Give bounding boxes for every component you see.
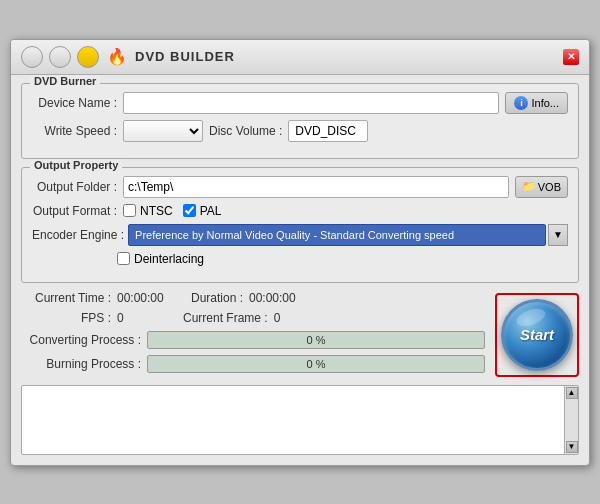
scrollbar[interactable]: ▲ ▼ [564, 386, 578, 454]
burning-process-row: Burning Process : 0 % [21, 355, 485, 373]
title-bar: 🔥 DVD BUILDER ✕ [11, 40, 589, 75]
vob-button[interactable]: 📁 VOB [515, 176, 568, 198]
output-property-section: Output Property Output Folder : 📁 VOB Ou… [21, 167, 579, 283]
deinterlacing-label[interactable]: Deinterlacing [117, 252, 204, 266]
device-name-input[interactable] [123, 92, 499, 114]
current-frame-label: Current Frame : [183, 311, 268, 325]
output-folder-input[interactable] [123, 176, 509, 198]
close-window-button[interactable] [77, 46, 99, 68]
converting-label: Converting Process : [21, 333, 141, 347]
write-speed-select[interactable] [123, 120, 203, 142]
start-button-container: Start [495, 293, 579, 377]
start-button-label: Start [520, 326, 554, 343]
dvd-burner-title: DVD Burner [30, 75, 100, 87]
device-name-row: Device Name : i Info... [32, 92, 568, 114]
disc-volume-value: DVD_DISC [288, 120, 368, 142]
output-folder-label: Output Folder : [32, 180, 117, 194]
fps-value: 0 [117, 311, 177, 325]
encoder-label: Encoder Engine : [32, 228, 124, 242]
scroll-up-arrow[interactable]: ▲ [566, 387, 578, 399]
duration-label: Duration : [183, 291, 243, 305]
time-duration-row: Current Time : 00:00:00 Duration : 00:00… [21, 291, 485, 305]
fps-label: FPS : [21, 311, 111, 325]
output-folder-row: Output Folder : 📁 VOB [32, 176, 568, 198]
app-icon: 🔥 [107, 47, 127, 66]
output-property-title: Output Property [30, 159, 122, 171]
current-time-value: 00:00:00 [117, 291, 177, 305]
write-speed-label: Write Speed : [32, 124, 117, 138]
deinterlacing-row: Deinterlacing [32, 252, 568, 266]
format-checkboxes: NTSC PAL [123, 204, 221, 218]
restore-button[interactable] [49, 46, 71, 68]
converting-process-row: Converting Process : 0 % [21, 331, 485, 349]
encoder-row: Encoder Engine : Preference by Normal Vi… [32, 224, 568, 246]
pal-checkbox[interactable] [183, 204, 196, 217]
app-title: DVD BUILDER [135, 49, 235, 64]
encoder-dropdown-button[interactable]: ▼ [548, 224, 568, 246]
title-bar-left: 🔥 DVD BUILDER [21, 46, 235, 68]
main-window: 🔥 DVD BUILDER ✕ DVD Burner Device Name :… [10, 39, 590, 466]
output-format-row: Output Format : NTSC PAL [32, 204, 568, 218]
device-name-label: Device Name : [32, 96, 117, 110]
fps-frame-row: FPS : 0 Current Frame : 0 [21, 311, 485, 325]
ntsc-checkbox[interactable] [123, 204, 136, 217]
encoder-controls: Preference by Normal Video Quality - Sta… [128, 224, 568, 246]
write-speed-row: Write Speed : Disc Volume : DVD_DISC [32, 120, 568, 142]
deinterlacing-checkbox[interactable] [117, 252, 130, 265]
burning-percent: 0 % [148, 358, 484, 370]
stats-area: Current Time : 00:00:00 Duration : 00:00… [21, 291, 485, 379]
burning-label: Burning Process : [21, 357, 141, 371]
ntsc-checkbox-label[interactable]: NTSC [123, 204, 173, 218]
encoder-value: Preference by Normal Video Quality - Sta… [135, 229, 454, 241]
duration-value: 00:00:00 [249, 291, 309, 305]
current-time-label: Current Time : [21, 291, 111, 305]
close-button[interactable]: ✕ [563, 49, 579, 65]
pal-label: PAL [200, 204, 222, 218]
info-button[interactable]: i Info... [505, 92, 568, 114]
deinterlacing-text: Deinterlacing [134, 252, 204, 266]
ntsc-label: NTSC [140, 204, 173, 218]
minimize-button[interactable] [21, 46, 43, 68]
info-icon: i [514, 96, 528, 110]
folder-icon: 📁 [522, 180, 536, 193]
output-format-label: Output Format : [32, 204, 117, 218]
window-controls [21, 46, 99, 68]
main-content: DVD Burner Device Name : i Info... Write… [11, 75, 589, 465]
pal-checkbox-label[interactable]: PAL [183, 204, 222, 218]
current-frame-value: 0 [274, 311, 334, 325]
burning-progress-bar: 0 % [147, 355, 485, 373]
stats-start-row: Current Time : 00:00:00 Duration : 00:00… [21, 291, 579, 379]
scroll-down-arrow[interactable]: ▼ [566, 441, 578, 453]
converting-progress-bar: 0 % [147, 331, 485, 349]
dvd-burner-section: DVD Burner Device Name : i Info... Write… [21, 83, 579, 159]
start-button[interactable]: Start [501, 299, 573, 371]
converting-percent: 0 % [148, 334, 484, 346]
disc-volume-label: Disc Volume : [209, 124, 282, 138]
encoder-select[interactable]: Preference by Normal Video Quality - Sta… [128, 224, 546, 246]
log-area: ▲ ▼ [21, 385, 579, 455]
